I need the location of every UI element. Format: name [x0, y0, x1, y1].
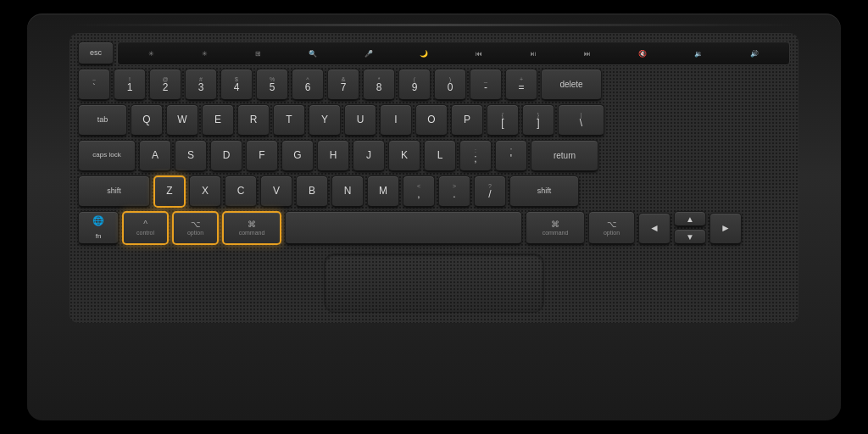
key-quote[interactable]: "' — [495, 140, 527, 172]
key-semicolon[interactable]: :; — [459, 140, 492, 172]
key-v[interactable]: V — [260, 175, 292, 208]
key-control[interactable]: ^ control — [122, 211, 169, 245]
key-z[interactable]: Z — [153, 175, 186, 208]
key-6[interactable]: ^6 — [292, 69, 324, 101]
top-edge — [70, 24, 798, 26]
key-i[interactable]: I — [380, 104, 412, 136]
key-shift-left[interactable]: shift — [78, 175, 150, 208]
key-tab[interactable]: tab — [78, 104, 127, 136]
fn-row: esc ✳ ✳ ⊞ 🔍 🎤 🌙 ⏮ ⏯ ⏭ 🔇 🔉 🔊 — [78, 42, 790, 65]
bottom-row: 🌐fn ^ control ⌥ option ⌘ command ⌘ comma… — [78, 211, 790, 245]
key-u[interactable]: U — [344, 104, 376, 136]
key-9[interactable]: (9 — [398, 69, 431, 101]
key-t[interactable]: T — [273, 104, 305, 136]
key-delete[interactable]: delete — [541, 69, 602, 101]
key-option-left[interactable]: ⌥ option — [172, 211, 219, 245]
key-esc[interactable]: esc — [78, 42, 114, 65]
key-return[interactable]: return — [531, 140, 598, 172]
key-0[interactable]: )0 — [434, 69, 466, 101]
key-slash[interactable]: ?/ — [474, 175, 506, 208]
touchbar: ✳ ✳ ⊞ 🔍 🎤 🌙 ⏮ ⏯ ⏭ 🔇 🔉 🔊 — [117, 42, 790, 65]
key-h[interactable]: H — [317, 140, 349, 172]
key-arrow-right[interactable]: ► — [709, 213, 742, 245]
key-o[interactable]: O — [415, 104, 448, 136]
key-shift-right[interactable]: shift — [509, 175, 579, 208]
key-x[interactable]: X — [189, 175, 221, 208]
key-8[interactable]: *8 — [363, 69, 395, 101]
key-capslock[interactable]: caps lock — [78, 140, 136, 172]
key-option-right[interactable]: ⌥ option — [588, 211, 635, 245]
key-p[interactable]: P — [451, 104, 483, 136]
key-5[interactable]: %5 — [256, 69, 288, 101]
key-arrow-left[interactable]: ◄ — [638, 213, 670, 245]
keyboard: esc ✳ ✳ ⊞ 🔍 🎤 🌙 ⏮ ⏯ ⏭ 🔇 🔉 🔊 ~` !1 @2 #3 — [70, 33, 798, 323]
key-backtick[interactable]: ~` — [78, 69, 110, 101]
key-arrow-up[interactable]: ▲ — [674, 211, 706, 227]
key-lbracket[interactable]: {[ — [487, 104, 519, 136]
key-n[interactable]: N — [331, 175, 364, 208]
key-w[interactable]: W — [166, 104, 198, 136]
key-rbracket[interactable]: }] — [522, 104, 554, 136]
key-1[interactable]: !1 — [114, 69, 146, 101]
key-g[interactable]: G — [281, 140, 314, 172]
key-f[interactable]: F — [246, 140, 278, 172]
key-period[interactable]: >. — [438, 175, 470, 208]
key-s[interactable]: S — [175, 140, 207, 172]
key-a[interactable]: A — [139, 140, 171, 172]
key-backslash[interactable]: |\ — [558, 104, 604, 136]
key-r[interactable]: R — [237, 104, 270, 136]
key-command-left[interactable]: ⌘ command — [222, 211, 281, 245]
key-command-right[interactable]: ⌘ command — [526, 211, 585, 245]
laptop-body: esc ✳ ✳ ⊞ 🔍 🎤 🌙 ⏮ ⏯ ⏭ 🔇 🔉 🔊 ~` !1 @2 #3 — [27, 14, 841, 420]
key-arrow-down[interactable]: ▼ — [674, 229, 706, 245]
key-space[interactable] — [285, 211, 522, 245]
key-2[interactable]: @2 — [149, 69, 181, 101]
key-y[interactable]: Y — [309, 104, 341, 136]
number-row: ~` !1 @2 #3 $4 %5 ^6 &7 *8 (9 )0 _- += d… — [78, 69, 790, 101]
qwerty-row: tab Q W E R T Y U I O P {[ }] |\ — [78, 104, 790, 136]
key-q[interactable]: Q — [131, 104, 163, 136]
key-comma[interactable]: <, — [403, 175, 435, 208]
arrow-cluster: ◄ ▲ ▼ ► — [638, 211, 742, 245]
key-m[interactable]: M — [367, 175, 399, 208]
key-4[interactable]: $4 — [220, 69, 253, 101]
key-equal[interactable]: += — [505, 69, 537, 101]
home-row: caps lock A S D F G H J K L :; "' return — [78, 140, 790, 172]
bottom-section — [78, 248, 790, 313]
key-d[interactable]: D — [210, 140, 242, 172]
trackpad[interactable] — [324, 253, 544, 313]
key-l[interactable]: L — [424, 140, 456, 172]
key-k[interactable]: K — [388, 140, 420, 172]
shift-row: shift Z X C V B N M <, >. ?/ shift — [78, 175, 790, 208]
key-7[interactable]: &7 — [327, 69, 359, 101]
arrow-up-down: ▲ ▼ — [674, 211, 706, 245]
key-j[interactable]: J — [353, 140, 385, 172]
key-c[interactable]: C — [225, 175, 257, 208]
key-e[interactable]: E — [202, 104, 234, 136]
key-b[interactable]: B — [296, 175, 328, 208]
key-fn[interactable]: 🌐fn — [78, 211, 119, 245]
key-minus[interactable]: _- — [470, 69, 502, 101]
key-3[interactable]: #3 — [185, 69, 217, 101]
